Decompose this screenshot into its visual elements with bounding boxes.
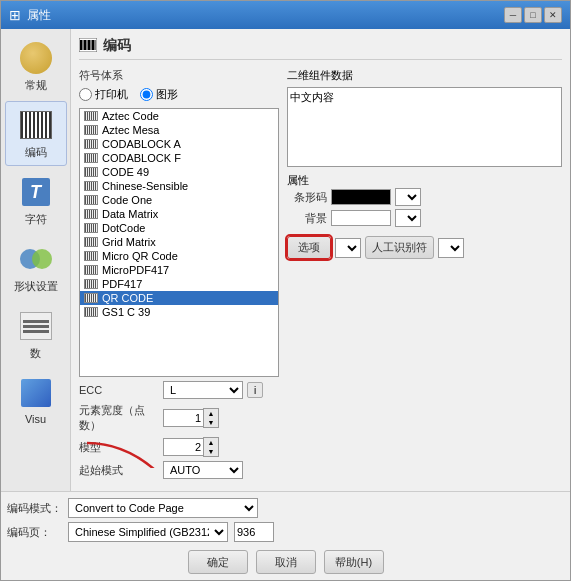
- svg-point-1: [32, 249, 52, 269]
- ecc-select[interactable]: L M Q H: [163, 381, 243, 399]
- list-item[interactable]: Aztec Mesa: [80, 123, 278, 137]
- model-field[interactable]: [163, 438, 203, 456]
- encode-mode-area: 编码模式： Convert to Code Page Unicode Byte: [7, 498, 564, 518]
- action-buttons: 确定 取消 帮助(H): [7, 546, 564, 574]
- list-item-qrcode[interactable]: QR CODE: [80, 291, 278, 305]
- element-width-field[interactable]: [163, 409, 203, 427]
- close-button[interactable]: ✕: [544, 7, 562, 23]
- sidebar-item-data[interactable]: 数: [5, 302, 67, 367]
- shape-icon: [18, 241, 54, 277]
- element-width-label: 元素宽度（点数）: [79, 403, 159, 433]
- ecc-info-button[interactable]: i: [247, 382, 263, 398]
- sidebar-item-visu[interactable]: Visu: [5, 369, 67, 431]
- radio-figure[interactable]: 图形: [140, 87, 178, 102]
- background-label: 背景: [287, 211, 327, 226]
- sidebar-label-data: 数: [30, 346, 41, 361]
- ecc-label: ECC: [79, 384, 159, 396]
- radio-group: 打印机 图形: [79, 87, 279, 102]
- sidebar-item-char[interactable]: T 字符: [5, 168, 67, 233]
- bartype-select[interactable]: [395, 188, 421, 206]
- list-item-icon: [84, 237, 98, 247]
- list-item[interactable]: GS1 C 39: [80, 305, 278, 319]
- list-item[interactable]: Micro QR Code: [80, 249, 278, 263]
- list-item-icon: [84, 223, 98, 233]
- element-width-row: 元素宽度（点数） ▲ ▼: [79, 403, 279, 433]
- list-item-icon: [84, 307, 98, 317]
- buttons-row: 选项 人工识别符: [287, 236, 562, 259]
- sidebar-label-char: 字符: [25, 212, 47, 227]
- main-panel: 编码 符号体系 打印机 图形: [71, 29, 570, 491]
- list-item-icon: [84, 167, 98, 177]
- element-width-up[interactable]: ▲: [204, 409, 218, 418]
- help-button[interactable]: 帮助(H): [324, 550, 384, 574]
- list-item[interactable]: PDF417: [80, 277, 278, 291]
- bottom-bar: 编码模式： Convert to Code Page Unicode Byte …: [1, 491, 570, 580]
- ecc-controls: L M Q H i: [163, 381, 263, 399]
- sidebar-item-encode[interactable]: 编码: [5, 101, 67, 166]
- title-controls: ─ □ ✕: [504, 7, 562, 23]
- element-width-down[interactable]: ▼: [204, 418, 218, 427]
- qr-data-textarea[interactable]: 中文内容: [287, 87, 562, 167]
- radio-printer[interactable]: 打印机: [79, 87, 128, 102]
- codepage-label: 编码页：: [7, 525, 62, 540]
- list-item[interactable]: Chinese-Sensible: [80, 179, 278, 193]
- background-color: [331, 210, 391, 226]
- bartype-row: 条形码: [287, 188, 562, 206]
- background-row: 背景: [287, 209, 562, 227]
- human-readable-button[interactable]: 人工识别符: [365, 236, 434, 259]
- props-section: 属性 条形码 背景: [287, 173, 562, 230]
- list-item[interactable]: CODABLOCK F: [80, 151, 278, 165]
- list-item-icon: [84, 111, 98, 121]
- ok-button[interactable]: 确定: [188, 550, 248, 574]
- list-item[interactable]: Data Matrix: [80, 207, 278, 221]
- list-item-icon: [84, 125, 98, 135]
- list-item-icon: [84, 181, 98, 191]
- background-select[interactable]: [395, 209, 421, 227]
- app-icon: ⊞: [9, 7, 21, 23]
- list-item-icon: [84, 209, 98, 219]
- model-down[interactable]: ▼: [204, 447, 218, 456]
- maximize-button[interactable]: □: [524, 7, 542, 23]
- list-item-icon: [84, 279, 98, 289]
- two-col: 符号体系 打印机 图形 Aztec Code Aztec Mesa: [79, 68, 562, 483]
- encode-mode-select[interactable]: Convert to Code Page Unicode Byte: [68, 498, 258, 518]
- list-item[interactable]: Aztec Code: [80, 109, 278, 123]
- human-readable-dropdown[interactable]: [438, 238, 464, 258]
- minimize-button[interactable]: ─: [504, 7, 522, 23]
- list-item-icon: [84, 153, 98, 163]
- sidebar-label-encode: 编码: [25, 145, 47, 160]
- start-mode-select[interactable]: AUTO: [163, 461, 243, 479]
- sidebar-label-shape: 形状设置: [14, 279, 58, 294]
- section-title: 编码: [79, 37, 562, 60]
- sidebar-item-shape[interactable]: 形状设置: [5, 235, 67, 300]
- list-item[interactable]: CODABLOCK A: [80, 137, 278, 151]
- section-title-text: 编码: [103, 37, 131, 55]
- list-item[interactable]: MicroPDF417: [80, 263, 278, 277]
- properties-label: 属性: [287, 174, 309, 186]
- encode-icon: [18, 107, 54, 143]
- list-item[interactable]: Grid Matrix: [80, 235, 278, 249]
- list-item-icon: [84, 293, 98, 303]
- codepage-number-input[interactable]: [234, 522, 274, 542]
- element-width-input: ▲ ▼: [163, 408, 219, 428]
- list-item[interactable]: Code One: [80, 193, 278, 207]
- model-label: 模型: [79, 440, 159, 455]
- ecc-row: ECC L M Q H i: [79, 381, 279, 399]
- symbol-list[interactable]: Aztec Code Aztec Mesa CODABLOCK A CODABL…: [79, 108, 279, 377]
- model-row: 模型 ▲ ▼: [79, 437, 279, 457]
- list-item[interactable]: CODE 49: [80, 165, 278, 179]
- options-button[interactable]: 选项: [287, 236, 331, 259]
- list-item[interactable]: DotCode: [80, 221, 278, 235]
- list-item-icon: [84, 251, 98, 261]
- right-col: 二维组件数据 中文内容 属性 条形码 背景: [287, 68, 562, 483]
- list-item-icon: [84, 139, 98, 149]
- encode-mode-label: 编码模式：: [7, 501, 62, 516]
- start-mode-label: 起始模式: [79, 463, 159, 478]
- fields-section: ECC L M Q H i: [79, 381, 279, 483]
- sidebar-item-general[interactable]: 常规: [5, 34, 67, 99]
- options-dropdown[interactable]: [335, 238, 361, 258]
- element-width-spinners: ▲ ▼: [203, 408, 219, 428]
- codepage-select[interactable]: Chinese Simplified (GB2312) UTF-8 GBK: [68, 522, 228, 542]
- model-up[interactable]: ▲: [204, 438, 218, 447]
- cancel-button[interactable]: 取消: [256, 550, 316, 574]
